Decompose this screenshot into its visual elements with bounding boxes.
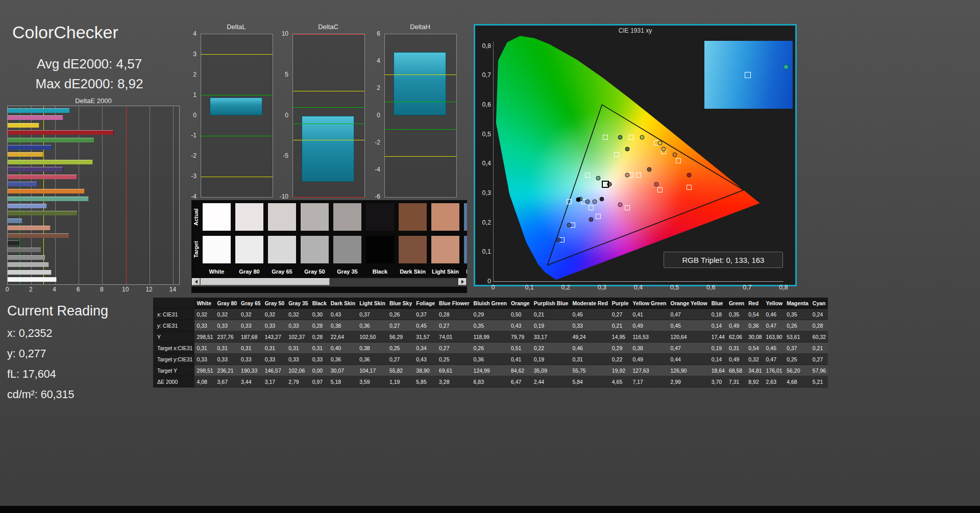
deltae2000-chart[interactable]: DeltaE 2000 02468101214	[7, 97, 180, 296]
cie-measured-red	[687, 173, 692, 178]
deltal-chart[interactable]: DeltaL 43210-1-2-3-4	[184, 23, 275, 202]
chart-title: DeltaE 2000	[7, 97, 180, 106]
page-title: ColorChecker	[12, 22, 118, 42]
deltae-bar-cyan	[8, 108, 70, 113]
table-cell: 0,47	[668, 343, 709, 354]
table-cell: 0,44	[668, 354, 709, 365]
table-cell: 0,36	[329, 354, 357, 365]
table-row-target-y: Target Y298,51236,21190,33146,57102,060,…	[153, 365, 828, 376]
inset-measured-marker	[783, 64, 789, 69]
table-cell: 18,64	[709, 365, 727, 376]
swatch-target-dark-skin[interactable]	[399, 236, 427, 263]
axis-tick-label: 0	[6, 286, 9, 293]
deltal-bar	[210, 97, 263, 116]
swatch-target-blue-sky[interactable]	[464, 236, 467, 263]
reference-line	[293, 140, 364, 140]
cie-1931-panel[interactable]: CIE 1931 xy 00,10,20,30,40,50,60,70,8 00…	[474, 24, 797, 286]
table-cell: 68,58	[727, 365, 746, 376]
column-header-gray-80: Gray 80	[215, 298, 239, 309]
table-cell: 0,33	[263, 354, 287, 365]
swatch-target-black[interactable]	[366, 236, 394, 263]
scrollbar-thumb[interactable]	[201, 278, 330, 285]
table-cell: 237,76	[215, 331, 239, 343]
cie-measured-purplish-blue	[567, 223, 572, 228]
table-cell: 0,38	[329, 320, 357, 331]
table-cell: 0,54	[746, 343, 764, 354]
selected-target-marker	[602, 181, 609, 188]
table-cell: 0,43	[509, 320, 532, 331]
swatch-actual-gray-35[interactable]	[333, 203, 361, 231]
table-cell: 0,45	[570, 309, 609, 320]
swatch-target-gray-50[interactable]	[301, 236, 329, 263]
column-header-blue-flower: Blue Flower	[437, 298, 472, 309]
swatch-actual-gray-80[interactable]	[235, 203, 263, 231]
cie-target-moderate-red	[657, 187, 663, 192]
current-reading-marker	[576, 198, 581, 202]
deltah-plot	[384, 34, 457, 198]
table-cell: 176,01	[764, 365, 785, 376]
table-cell: 0,27	[811, 354, 828, 365]
scroll-left-button[interactable]	[192, 278, 200, 285]
table-cell: 0,19	[709, 343, 727, 354]
table-cell: 0,49	[631, 320, 669, 331]
table-cell: 0,27	[437, 343, 472, 354]
table-cell: 34,81	[746, 365, 764, 376]
swatch-actual-black[interactable]	[366, 203, 394, 231]
swatch-actual-light-skin[interactable]	[431, 203, 459, 231]
table-cell: 102,50	[357, 331, 387, 343]
deltae-bar-dark-skin	[8, 233, 69, 238]
table-cell: 0,31	[286, 343, 310, 354]
row-label: Target Y	[153, 365, 194, 376]
axis-tick-label: 8	[100, 286, 104, 293]
deltae-bar-magenta	[8, 115, 63, 120]
swatch-target-gray-35[interactable]	[333, 236, 361, 263]
table-cell: 116,53	[631, 331, 669, 343]
table-cell: 0,36	[472, 354, 509, 365]
table-cell: 3,44	[239, 376, 263, 387]
reference-line	[293, 124, 364, 124]
swatch-target-gray-65[interactable]	[268, 236, 296, 263]
swatch-actual-dark-skin[interactable]	[399, 203, 427, 231]
swatch-target-gray-80[interactable]	[235, 236, 263, 263]
swatch-actual-blue-sky[interactable]	[464, 203, 467, 231]
swatch-target-white[interactable]	[203, 236, 231, 263]
reference-line	[293, 91, 364, 91]
deltae-bar-gray-65	[8, 262, 49, 267]
column-header-dark-skin: Dark Skin	[329, 298, 357, 309]
column-header-gray-35: Gray 35	[286, 298, 310, 309]
table-cell: 0,30	[310, 309, 329, 320]
swatch-label-gray-50: Gray 50	[301, 268, 329, 275]
deltae-bar-gray-50	[8, 255, 45, 260]
axis-tick-label: -10	[276, 193, 288, 200]
column-header-moderate-red: Moderate Red	[570, 298, 609, 309]
axis-tick-label: 0	[184, 112, 197, 119]
table-cell: 3,70	[709, 376, 727, 387]
table-cell: 0,43	[329, 309, 357, 320]
table-cell: 0,18	[709, 309, 727, 320]
scroll-left-icon	[195, 280, 198, 284]
scroll-right-button[interactable]	[458, 278, 467, 285]
swatch-actual-gray-50[interactable]	[301, 203, 329, 231]
table-cell: 4,65	[610, 376, 631, 387]
table-cell: 53,61	[785, 331, 811, 343]
deltah-chart[interactable]: DeltaH 6420-2-4-6	[368, 23, 458, 202]
swatch-scrollbar[interactable]	[191, 278, 467, 287]
table-cell: 0,27	[387, 354, 414, 365]
swatch-actual-white[interactable]	[203, 203, 231, 231]
axis-tick-label: 5	[276, 71, 288, 78]
column-header-yellow: Yellow	[764, 298, 785, 309]
axis-tick-label: 0,8	[476, 42, 491, 50]
cie-target-blue-flower	[589, 205, 594, 210]
swatch-target-light-skin[interactable]	[431, 236, 459, 263]
table-cell: 0,47	[764, 320, 785, 331]
table-cell: 74,01	[437, 331, 472, 343]
axis-tick-label: 0,2	[476, 219, 491, 226]
current-reading-panel: Current Reading x: 0,2352 y: 0,277 fL: 1…	[7, 303, 108, 409]
table-cell: 0,28	[437, 309, 472, 320]
table-cell: 0,31	[215, 343, 239, 354]
swatch-actual-gray-65[interactable]	[268, 203, 296, 231]
deltac-chart[interactable]: DeltaC 1050-5-10	[276, 23, 366, 202]
axis-tick-label: 0,3	[598, 284, 606, 291]
cie-measured-purple	[589, 217, 594, 222]
max-de2000: Max dE2000: 8,92	[10, 74, 168, 94]
